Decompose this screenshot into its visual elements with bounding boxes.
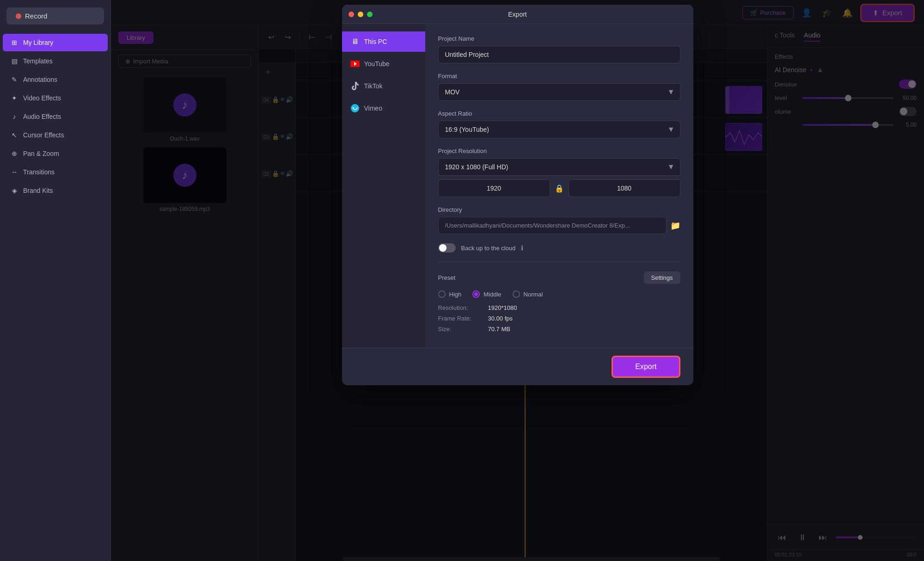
preset-high-option[interactable]: High: [438, 290, 462, 298]
preset-middle-radio[interactable]: [472, 290, 480, 298]
export-main-button[interactable]: Export: [612, 356, 680, 378]
preset-normal-radio[interactable]: [513, 290, 520, 298]
preset-normal-option[interactable]: Normal: [513, 290, 543, 298]
resolution-label: Project Resolution: [438, 148, 680, 154]
preset-high-radio[interactable]: [438, 290, 446, 298]
sidebar-item-pan-zoom[interactable]: ⊕ Pan & Zoom: [3, 145, 108, 162]
preset-framerate-row: Frame Rate: 30.00 fps: [438, 315, 680, 322]
modal-sidebar: 🖥 This PC YouTube: [342, 24, 425, 348]
preset-size-row: Size: 70.7 MB: [438, 326, 680, 333]
sidebar-label-templates: Templates: [23, 57, 53, 65]
format-select[interactable]: MOV MP4 AVI MKV: [438, 83, 680, 101]
preset-radios: High Middle Normal: [438, 290, 680, 298]
modal-nav-youtube-label: YouTube: [364, 60, 390, 68]
computer-icon: 🖥: [350, 37, 360, 46]
video-effects-icon: ✦: [10, 94, 18, 102]
app-container: Record ⊞ My Library ▤ Templates ✎ Annota…: [0, 0, 924, 561]
sidebar-label-video-effects: Video Effects: [23, 94, 61, 102]
directory-group: Directory 📁: [438, 206, 680, 234]
folder-browse-button[interactable]: 📁: [670, 221, 680, 231]
preset-section: Preset Settings High: [438, 262, 680, 333]
settings-button[interactable]: Settings: [644, 271, 680, 284]
modal-nav-vimeo-label: Vimeo: [364, 105, 382, 112]
transitions-icon: ↔: [10, 168, 18, 176]
sidebar-label-brand-kits: Brand Kits: [23, 187, 53, 194]
maximize-traffic-dot[interactable]: [367, 12, 373, 17]
modal-overlay: Export 🖥 This PC: [111, 0, 924, 561]
project-name-label: Project Name: [438, 35, 680, 42]
preset-size-val: 70.7 MB: [488, 326, 510, 333]
modal-nav-this-pc[interactable]: 🖥 This PC: [342, 31, 425, 52]
directory-input[interactable]: [438, 217, 667, 234]
sidebar-item-my-library[interactable]: ⊞ My Library: [3, 34, 108, 51]
preset-high-label: High: [449, 291, 462, 298]
aspect-ratio-select[interactable]: 16:9 (YouTube) 4:3 1:1 9:16: [438, 121, 680, 138]
directory-row: 📁: [438, 217, 680, 234]
sidebar-item-transitions[interactable]: ↔ Transitions: [3, 163, 108, 181]
brand-kits-icon: ◈: [10, 186, 18, 195]
preset-middle-label: Middle: [483, 291, 501, 298]
svg-point-3: [353, 107, 354, 108]
sidebar-label-audio-effects: Audio Effects: [23, 113, 61, 120]
minimize-traffic-dot[interactable]: [358, 12, 363, 17]
sidebar-item-templates[interactable]: ▤ Templates: [3, 52, 108, 70]
format-select-wrapper: MOV MP4 AVI MKV ▼: [438, 83, 680, 101]
audio-effects-icon: ♪: [10, 112, 18, 121]
record-button[interactable]: Record: [6, 7, 104, 25]
record-label: Record: [25, 12, 47, 20]
preset-middle-option[interactable]: Middle: [472, 290, 501, 298]
aspect-ratio-label: Aspect Ratio: [438, 110, 680, 117]
close-traffic-dot[interactable]: [349, 12, 354, 17]
resolution-group: Project Resolution 1920 x 1080 (Full HD)…: [438, 148, 680, 197]
preset-header: Preset Settings: [438, 271, 680, 284]
record-dot-icon: [16, 13, 21, 19]
preset-normal-label: Normal: [524, 291, 543, 298]
main-area: 🛒 Purchase 👤 🎓 🔔 ⬆ Export Library: [111, 0, 924, 561]
preset-resolution-key: Resolution:: [438, 304, 484, 311]
format-label: Format: [438, 73, 680, 80]
preset-info: Resolution: 1920*1080 Frame Rate: 30.00 …: [438, 304, 680, 333]
cloud-label: Back up to the cloud: [461, 245, 516, 252]
cloud-backup-row: Back up to the cloud ℹ: [438, 243, 680, 253]
pan-zoom-icon: ⊕: [10, 149, 18, 158]
annotations-icon: ✎: [10, 75, 18, 84]
tiktok-icon: [350, 81, 360, 91]
width-input[interactable]: [438, 179, 550, 197]
preset-size-key: Size:: [438, 326, 484, 333]
sidebar-item-brand-kits[interactable]: ◈ Brand Kits: [3, 182, 108, 199]
templates-icon: ▤: [10, 57, 18, 65]
sidebar-item-audio-effects[interactable]: ♪ Audio Effects: [3, 108, 108, 125]
export-modal: Export 🖥 This PC: [342, 5, 693, 385]
preset-label: Preset: [438, 274, 456, 281]
sidebar-item-annotations[interactable]: ✎ Annotations: [3, 71, 108, 88]
height-input[interactable]: [569, 179, 680, 197]
resolution-wh-row: 🔒: [438, 179, 680, 197]
sidebar-item-video-effects[interactable]: ✦ Video Effects: [3, 89, 108, 107]
resolution-select[interactable]: 1920 x 1080 (Full HD) 1280 x 720 (HD) 38…: [438, 158, 680, 176]
vimeo-icon: [350, 104, 360, 113]
directory-label: Directory: [438, 206, 680, 213]
youtube-icon: [350, 59, 360, 68]
modal-titlebar: Export: [342, 5, 693, 24]
sidebar-item-cursor-effects[interactable]: ↖ Cursor Effects: [3, 126, 108, 144]
cloud-toggle[interactable]: [438, 243, 456, 253]
modal-title: Export: [508, 11, 526, 18]
lock-aspect-icon[interactable]: 🔒: [555, 184, 564, 193]
modal-nav-vimeo[interactable]: Vimeo: [342, 98, 425, 118]
cursor-effects-icon: ↖: [10, 131, 18, 139]
sidebar-label-pan-zoom: Pan & Zoom: [23, 150, 59, 157]
modal-body: 🖥 This PC YouTube: [342, 24, 693, 348]
sidebar-label-annotations: Annotations: [23, 76, 57, 83]
modal-nav-tiktok[interactable]: TikTok: [342, 76, 425, 96]
modal-nav-youtube[interactable]: YouTube: [342, 54, 425, 74]
modal-form-content: Project Name Format MOV MP4 AVI: [425, 24, 693, 348]
settings-button-label: Settings: [651, 274, 673, 281]
sidebar-nav: ⊞ My Library ▤ Templates ✎ Annotations ✦…: [0, 32, 110, 201]
resolution-select-wrapper: 1920 x 1080 (Full HD) 1280 x 720 (HD) 38…: [438, 158, 680, 176]
aspect-ratio-group: Aspect Ratio 16:9 (YouTube) 4:3 1:1 9:16…: [438, 110, 680, 138]
project-name-input[interactable]: [438, 46, 680, 63]
preset-resolution-val: 1920*1080: [488, 304, 517, 311]
info-icon[interactable]: ℹ: [521, 244, 523, 252]
preset-resolution-row: Resolution: 1920*1080: [438, 304, 680, 311]
format-group: Format MOV MP4 AVI MKV ▼: [438, 73, 680, 101]
